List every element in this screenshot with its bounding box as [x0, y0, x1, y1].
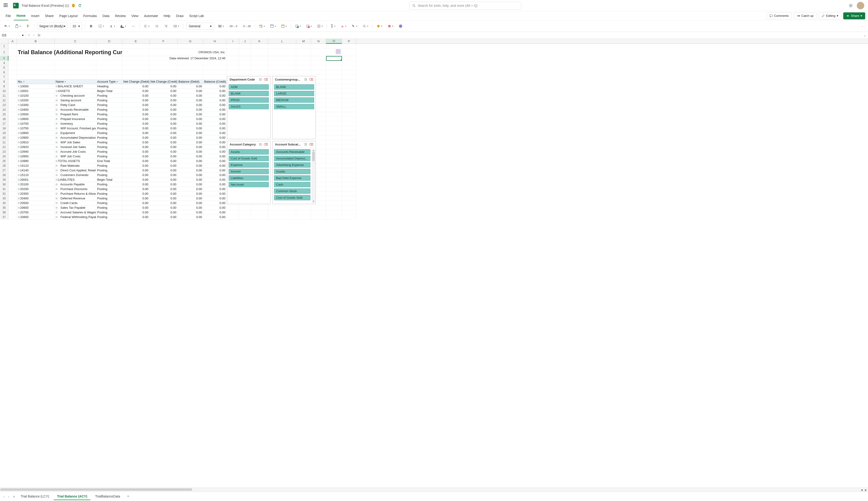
- col-header-E[interactable]: E: [123, 39, 149, 44]
- slicer-item[interactable]: MEDIUM: [274, 97, 314, 103]
- cell[interactable]: [8, 79, 17, 84]
- cell-value[interactable]: 0.00: [178, 145, 203, 149]
- sensitivity-button[interactable]: ▾: [375, 23, 383, 30]
- cell[interactable]: [8, 205, 17, 210]
- row-header[interactable]: 8: [0, 79, 8, 84]
- row-header[interactable]: 15: [0, 112, 8, 117]
- ribbon-expand-button[interactable]: ⌄: [859, 23, 865, 30]
- cell[interactable]: [17, 75, 55, 79]
- cell[interactable]: [17, 70, 55, 75]
- cell[interactable]: [8, 163, 17, 168]
- format-painter-button[interactable]: [25, 23, 31, 30]
- tab-list-icon[interactable]: ≡: [11, 495, 16, 499]
- row-header[interactable]: 34: [0, 201, 8, 205]
- settings-icon[interactable]: [848, 3, 853, 8]
- scroll-thumb[interactable]: [0, 488, 192, 491]
- cell[interactable]: [8, 210, 17, 215]
- cell-no[interactable]: ⊟10100: [17, 93, 55, 98]
- row-header[interactable]: 29: [0, 178, 8, 182]
- cell-value[interactable]: 0.00: [203, 117, 226, 121]
- cell-value[interactable]: 0.00: [123, 117, 149, 121]
- row-header[interactable]: 37: [0, 215, 8, 220]
- menu-view[interactable]: View: [128, 11, 141, 20]
- cell[interactable]: [326, 107, 342, 112]
- clear-filter-icon[interactable]: ⌫: [309, 143, 313, 146]
- cell-name[interactable]: ⊟TOTAL ASSETS: [55, 159, 96, 163]
- row-header[interactable]: 12: [0, 98, 8, 103]
- cell-value[interactable]: 0.00: [123, 140, 149, 145]
- cell[interactable]: [17, 65, 55, 70]
- cell[interactable]: [178, 75, 203, 79]
- table-header[interactable]: Balance (Debit): [178, 79, 203, 84]
- cell[interactable]: [342, 49, 356, 56]
- menu-script-lab[interactable]: Script Lab: [187, 11, 207, 20]
- cell-no[interactable]: ⊟20100: [17, 182, 55, 187]
- cell[interactable]: [178, 61, 203, 65]
- cell-value[interactable]: 0.00: [123, 93, 149, 98]
- cell[interactable]: [342, 201, 356, 205]
- cell[interactable]: [239, 44, 251, 49]
- cell-value[interactable]: 0.00: [178, 163, 203, 168]
- cell[interactable]: [296, 70, 311, 75]
- cell[interactable]: [296, 65, 311, 70]
- clear-filter-icon[interactable]: ⌫: [309, 78, 313, 81]
- cell-value[interactable]: 0.00: [149, 126, 178, 131]
- cell-value[interactable]: 0.00: [178, 187, 203, 191]
- cell-name[interactable]: ⊟ Credit Cards: [55, 201, 96, 205]
- cell[interactable]: [8, 196, 17, 201]
- cell-value[interactable]: 0.00: [123, 178, 149, 182]
- cell-name[interactable]: ⊟LIABILITIES: [55, 178, 96, 182]
- cell-name[interactable]: ⊟ Checking account: [55, 93, 96, 98]
- app-launcher-icon[interactable]: [4, 3, 8, 8]
- cell[interactable]: [326, 84, 342, 89]
- cell-type[interactable]: Posting: [96, 126, 123, 131]
- cell-value[interactable]: 0.00: [149, 163, 178, 168]
- clear-button[interactable]: ▾: [339, 23, 348, 30]
- cell[interactable]: [8, 126, 17, 131]
- cell[interactable]: [226, 65, 239, 70]
- cell-no[interactable]: ⊟10001: [17, 89, 55, 93]
- cell-value[interactable]: 0.00: [203, 131, 226, 136]
- cell[interactable]: [342, 140, 356, 145]
- cell[interactable]: [342, 84, 356, 89]
- decrease-decimal-button[interactable]: .00→.0: [228, 23, 239, 30]
- cell-value[interactable]: 0.00: [123, 84, 149, 89]
- cell[interactable]: [251, 70, 268, 75]
- cell-value[interactable]: 0.00: [123, 205, 149, 210]
- cell[interactable]: [311, 61, 326, 65]
- cell-styles-button[interactable]: ▾: [280, 23, 288, 30]
- cell[interactable]: [226, 205, 239, 210]
- cell[interactable]: [296, 49, 311, 56]
- cell[interactable]: [342, 107, 356, 112]
- cell[interactable]: [8, 215, 17, 220]
- menu-insert[interactable]: Insert: [28, 11, 42, 20]
- slicer-item[interactable]: Liabilities: [229, 175, 269, 181]
- slicer-item[interactable]: Bad Debt Expense: [274, 175, 310, 181]
- indent-button[interactable]: [154, 23, 160, 30]
- cell[interactable]: [326, 89, 342, 93]
- delete-cells-button[interactable]: ▾: [305, 23, 313, 30]
- cell-type[interactable]: Posting: [96, 131, 123, 136]
- row-header[interactable]: 7: [0, 75, 8, 79]
- cell[interactable]: [326, 182, 342, 187]
- cell-value[interactable]: 0.00: [203, 98, 226, 103]
- cell[interactable]: [342, 79, 356, 84]
- cell[interactable]: [342, 191, 356, 196]
- cell-value[interactable]: 0.00: [203, 215, 226, 220]
- cell-no[interactable]: ⊟10800: [17, 131, 55, 136]
- cell-type[interactable]: Posting: [96, 149, 123, 154]
- cell[interactable]: [342, 75, 356, 79]
- cell[interactable]: [8, 145, 17, 149]
- col-header-O[interactable]: O: [326, 39, 342, 44]
- cell-value[interactable]: 0.00: [123, 187, 149, 191]
- cell-value[interactable]: 0.00: [178, 89, 203, 93]
- cell-value[interactable]: 0.00: [149, 112, 178, 117]
- cell-value[interactable]: 0.00: [178, 205, 203, 210]
- cell-value[interactable]: 0.00: [123, 107, 149, 112]
- sheet-tab[interactable]: Trial Balance (ACY): [53, 493, 91, 500]
- cell[interactable]: [326, 205, 342, 210]
- cell-name[interactable]: ⊟ Accounts Payable: [55, 182, 96, 187]
- cell[interactable]: [8, 187, 17, 191]
- cell-no[interactable]: ⊟10600: [17, 117, 55, 121]
- cell[interactable]: [342, 61, 356, 65]
